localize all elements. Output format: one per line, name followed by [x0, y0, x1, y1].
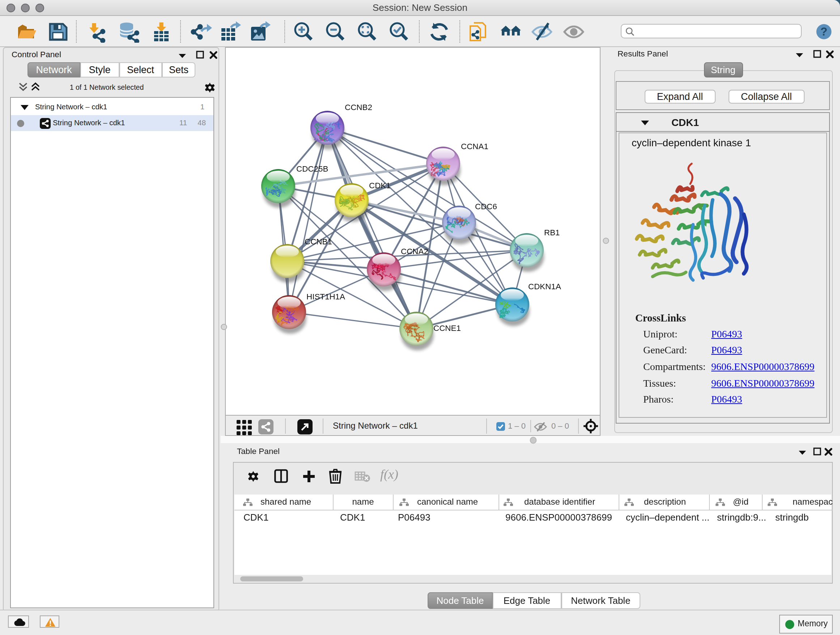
svg-text:CDK1: CDK1 — [369, 181, 391, 190]
svg-text:CCNA1: CCNA1 — [461, 142, 488, 151]
svg-text:CCNA2: CCNA2 — [401, 247, 428, 256]
svg-text:CCNB2: CCNB2 — [345, 103, 372, 112]
svg-text:RB1: RB1 — [544, 228, 560, 237]
svg-text:CCNB1: CCNB1 — [305, 237, 332, 246]
svg-text:HIST1H1A: HIST1H1A — [306, 292, 345, 301]
svg-text:CDKN1A: CDKN1A — [528, 282, 561, 291]
svg-text:?: ? — [821, 25, 827, 38]
svg-text:CDC6: CDC6 — [475, 202, 497, 211]
svg-text:CDC25B: CDC25B — [296, 165, 328, 173]
svg-text:CCNE1: CCNE1 — [433, 324, 461, 333]
